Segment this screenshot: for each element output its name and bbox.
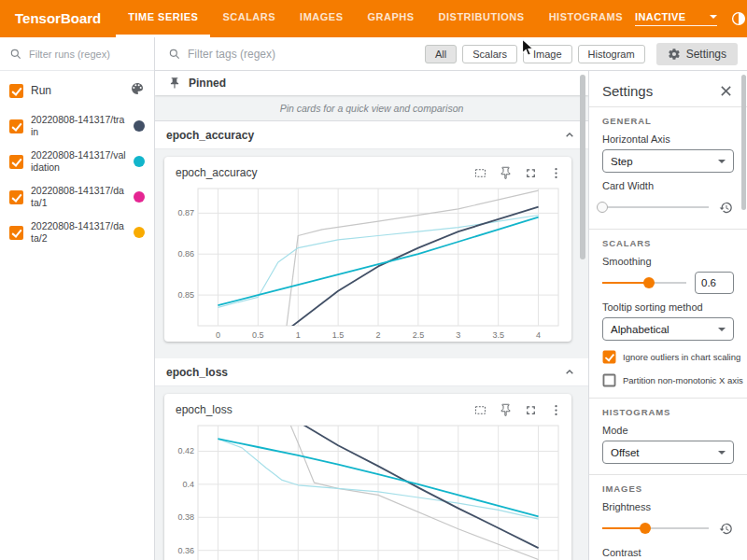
fit-domain-icon[interactable] bbox=[472, 401, 488, 418]
palette-icon[interactable] bbox=[130, 81, 145, 100]
partition-x-axis-label: Partition non-monotonic X axis bbox=[623, 375, 743, 385]
run-list-item[interactable]: 20220808-141317/data/2 bbox=[0, 215, 154, 250]
main-nav: TIME SERIES SCALARS IMAGES GRAPHS DISTRI… bbox=[116, 0, 635, 37]
pinned-hint: Pin cards for a quick view and compariso… bbox=[155, 95, 588, 121]
smoothing-label: Smoothing bbox=[602, 256, 734, 267]
ignore-outliers-checkbox[interactable] bbox=[603, 351, 616, 364]
close-icon[interactable] bbox=[717, 82, 734, 99]
svg-text:0.4: 0.4 bbox=[182, 480, 194, 489]
tags-toolbar: All Scalars Image Histogram Settings bbox=[155, 37, 747, 71]
run-checkbox[interactable] bbox=[9, 155, 23, 169]
fullscreen-icon[interactable] bbox=[522, 164, 539, 181]
histogram-mode-select[interactable]: Offset bbox=[602, 441, 734, 464]
section-title: epoch_accuracy bbox=[166, 129, 254, 142]
smoothing-slider[interactable] bbox=[602, 276, 686, 289]
run-checkbox[interactable] bbox=[9, 190, 23, 204]
gear-icon bbox=[668, 48, 681, 61]
run-color-dot bbox=[134, 120, 145, 132]
select-all-runs-checkbox[interactable] bbox=[9, 84, 23, 98]
run-list-item[interactable]: 20220808-141317/data/1 bbox=[0, 179, 154, 215]
search-icon bbox=[168, 48, 181, 61]
svg-text:0.36: 0.36 bbox=[177, 546, 194, 555]
brightness-label: Brightness bbox=[602, 501, 734, 512]
settings-panel-header: Settings bbox=[589, 71, 747, 106]
runs-sidebar: Run 20220808-141317/train 20220808-14131… bbox=[0, 37, 155, 560]
brightness-slider[interactable] bbox=[602, 522, 709, 535]
theme-toggle-icon[interactable] bbox=[729, 9, 747, 28]
run-checkbox[interactable] bbox=[9, 119, 23, 133]
tab-scalars[interactable]: SCALARS bbox=[210, 0, 288, 37]
filter-tags-input[interactable] bbox=[188, 48, 328, 61]
settings-title: Settings bbox=[602, 83, 653, 99]
smoothing-value-input[interactable] bbox=[695, 272, 734, 294]
svg-text:0.38: 0.38 bbox=[177, 512, 194, 522]
tooltip-sort-select[interactable]: Alphabetical bbox=[602, 317, 734, 341]
run-checkbox[interactable] bbox=[9, 226, 23, 240]
settings-section-general: GENERAL Horizontal Axis Step Card Width bbox=[589, 107, 747, 229]
chevron-down-icon bbox=[710, 15, 717, 19]
partition-x-axis-row[interactable]: Partition non-monotonic X axis bbox=[602, 373, 734, 387]
scalar-card-epoch-accuracy: epoch_accuracy 00.511.522.533.540.850.86… bbox=[164, 157, 571, 342]
tab-histograms[interactable]: HISTOGRAMS bbox=[537, 0, 635, 37]
tab-time-series[interactable]: TIME SERIES bbox=[116, 0, 210, 37]
settings-button[interactable]: Settings bbox=[656, 43, 738, 65]
tooltip-sort-value: Alphabetical bbox=[611, 324, 669, 335]
tab-graphs[interactable]: GRAPHS bbox=[356, 0, 427, 37]
horizontal-axis-select[interactable]: Step bbox=[602, 149, 734, 173]
partition-x-axis-checkbox[interactable] bbox=[603, 374, 616, 387]
histogram-mode-value: Offset bbox=[611, 447, 639, 458]
chip-image[interactable]: Image bbox=[523, 45, 572, 63]
epoch-loss-chart[interactable]: 00.511.522.533.540.360.380.40.42 bbox=[166, 420, 568, 560]
section-heading: IMAGES bbox=[602, 483, 734, 494]
reset-card-width-icon[interactable] bbox=[717, 199, 734, 216]
tensorboard-app: TensorBoard TIME SERIES SCALARS IMAGES G… bbox=[0, 0, 747, 560]
chip-histogram[interactable]: Histogram bbox=[578, 45, 645, 63]
slider-thumb[interactable] bbox=[597, 202, 608, 213]
run-list-item[interactable]: 20220808-141317/validation bbox=[0, 144, 154, 179]
settings-scrollbar[interactable] bbox=[741, 75, 746, 210]
content-scrollbar[interactable] bbox=[580, 75, 585, 259]
section-header-epoch-loss[interactable]: epoch_loss bbox=[155, 358, 588, 386]
card-title: epoch_accuracy bbox=[176, 166, 257, 179]
pin-card-icon[interactable] bbox=[497, 164, 514, 181]
app-title: TensorBoard bbox=[0, 0, 116, 37]
run-name: 20220808-141317/validation bbox=[31, 149, 126, 174]
tooltip-sort-label: Tooltip sorting method bbox=[602, 301, 734, 313]
slider-thumb[interactable] bbox=[640, 523, 651, 534]
section-heading: HISTOGRAMS bbox=[602, 407, 734, 417]
tab-images[interactable]: IMAGES bbox=[288, 0, 355, 37]
reload-status-value: INACTIVE bbox=[635, 11, 686, 22]
svg-text:0.87: 0.87 bbox=[177, 208, 194, 217]
reset-brightness-icon[interactable] bbox=[717, 520, 734, 537]
card-width-label: Card Width bbox=[602, 180, 734, 191]
svg-text:0: 0 bbox=[216, 330, 220, 340]
slider-thumb[interactable] bbox=[643, 277, 655, 288]
fit-domain-icon[interactable] bbox=[472, 164, 488, 181]
pinned-label: Pinned bbox=[189, 77, 226, 90]
ignore-outliers-label: Ignore outliers in chart scaling bbox=[623, 352, 740, 362]
section-header-epoch-accuracy[interactable]: epoch_accuracy bbox=[155, 121, 588, 149]
settings-section-images: IMAGES Brightness Contrast bbox=[589, 475, 747, 560]
chip-all[interactable]: All bbox=[425, 45, 457, 63]
ignore-outliers-row[interactable]: Ignore outliers in chart scaling bbox=[602, 350, 734, 364]
chip-scalars[interactable]: Scalars bbox=[462, 45, 517, 63]
chevron-up-icon[interactable] bbox=[562, 365, 577, 380]
search-icon bbox=[9, 48, 22, 61]
card-width-slider[interactable] bbox=[602, 201, 709, 214]
run-list-item[interactable]: 20220808-141317/train bbox=[0, 108, 154, 144]
more-options-icon[interactable] bbox=[547, 164, 564, 181]
contrast-label: Contrast bbox=[602, 547, 734, 558]
smoothing-row bbox=[602, 272, 734, 294]
more-options-icon[interactable] bbox=[547, 401, 564, 418]
pin-card-icon[interactable] bbox=[497, 401, 514, 418]
svg-text:1.5: 1.5 bbox=[332, 330, 345, 340]
epoch-accuracy-chart[interactable]: 00.511.522.533.540.850.860.87 bbox=[166, 183, 568, 342]
tab-distributions[interactable]: DISTRIBUTIONS bbox=[427, 0, 537, 37]
svg-text:4: 4 bbox=[536, 330, 541, 340]
filter-runs-input[interactable] bbox=[29, 49, 134, 60]
pin-icon bbox=[168, 77, 181, 90]
svg-text:2: 2 bbox=[375, 330, 380, 340]
reload-status-dropdown[interactable]: INACTIVE bbox=[635, 11, 717, 26]
fullscreen-icon[interactable] bbox=[522, 401, 539, 418]
chevron-up-icon[interactable] bbox=[562, 128, 577, 143]
